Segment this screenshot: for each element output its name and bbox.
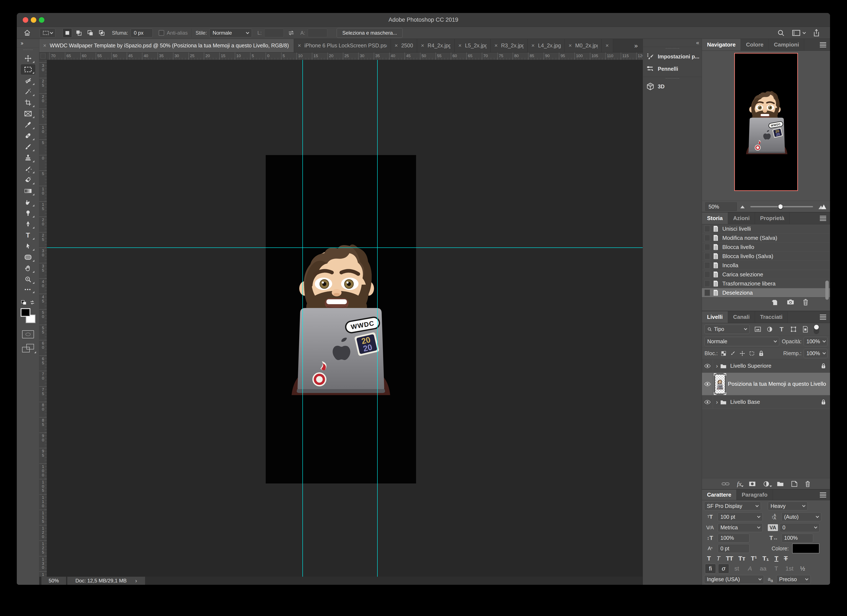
add-selection-button[interactable]: [74, 28, 84, 38]
eraser-tool[interactable]: [21, 174, 36, 185]
history-item-selected[interactable]: Deseleziona: [702, 288, 830, 297]
fractions-button[interactable]: ½: [797, 564, 808, 573]
doc-tab-r3[interactable]: ×R3_2x.jpg: [491, 39, 528, 52]
ordinals-button[interactable]: 1st: [784, 564, 795, 573]
filter-smart-objects-icon[interactable]: [802, 326, 809, 332]
superscript-button[interactable]: T¹: [751, 555, 757, 562]
history-brush-tool[interactable]: [21, 163, 36, 174]
guide-vertical-left[interactable]: [302, 60, 303, 577]
vertical-ruler[interactable]: 3 02 52 01 51 05051 01 52 02 53 03 54 04…: [39, 60, 47, 577]
tab-livelli[interactable]: Livelli: [702, 311, 728, 323]
new-snapshot-camera-icon[interactable]: [786, 299, 794, 305]
font-size-select[interactable]: 100 pt: [718, 513, 763, 521]
close-tab-icon[interactable]: ×: [395, 42, 398, 49]
close-tab-icon[interactable]: ×: [458, 42, 462, 49]
font-family-select[interactable]: SF Pro Display: [704, 502, 761, 510]
dock-item-brush-settings[interactable]: Impostazioni p...: [643, 50, 702, 63]
path-selection-tool[interactable]: [21, 241, 36, 252]
zoom-tool[interactable]: [21, 274, 36, 285]
spot-healing-brush-tool[interactable]: [21, 130, 36, 141]
canvas-pasteboard[interactable]: WWDC 20 20: [47, 60, 643, 577]
faux-bold-button[interactable]: T: [707, 555, 711, 562]
dock-grip[interactable]: [666, 48, 679, 50]
move-tool[interactable]: [21, 53, 36, 64]
close-tab-icon[interactable]: ×: [531, 42, 534, 49]
new-adjustment-layer-icon[interactable]: [763, 481, 769, 487]
lock-all-icon[interactable]: [758, 350, 764, 356]
new-layer-icon[interactable]: [791, 481, 797, 487]
quick-mask-button[interactable]: [22, 330, 34, 338]
doc-tab-l5[interactable]: ×L5_2x.jpg: [454, 39, 491, 52]
foreground-background-colors[interactable]: [21, 308, 35, 323]
width-input[interactable]: [264, 28, 284, 37]
history-source-checkbox[interactable]: [704, 271, 710, 278]
panel-menu-icon[interactable]: [820, 314, 826, 321]
swash-button[interactable]: A: [744, 564, 756, 573]
layer-visibility-eye-icon[interactable]: [702, 395, 713, 409]
group-twisty-icon[interactable]: ›: [716, 399, 718, 405]
zoom-in-mountains-icon[interactable]: [818, 204, 826, 210]
tab-canali[interactable]: Canali: [728, 311, 755, 323]
close-tab-icon[interactable]: ×: [421, 42, 424, 49]
group-twisty-icon[interactable]: ›: [716, 363, 718, 369]
panel-menu-icon[interactable]: [820, 492, 826, 498]
minimize-window-button[interactable]: [31, 17, 36, 23]
lock-pixels-icon[interactable]: [730, 351, 736, 356]
tracking-select[interactable]: 0: [780, 523, 820, 532]
share-icon[interactable]: [813, 29, 820, 37]
underline-button[interactable]: T: [775, 555, 778, 562]
history-scrollbar[interactable]: [825, 281, 829, 300]
horizontal-scale-input[interactable]: 100%: [781, 533, 813, 542]
doc-tab-hidden[interactable]: ×: [602, 39, 613, 52]
history-item[interactable]: Blocca livello: [702, 242, 830, 252]
dock-item-3d[interactable]: 3D: [643, 80, 702, 93]
guide-vertical-right[interactable]: [377, 60, 378, 577]
stylistic-alternates-button[interactable]: aa: [758, 564, 769, 573]
history-source-checkbox[interactable]: [704, 290, 710, 296]
zoom-window-button[interactable]: [39, 17, 44, 23]
pen-tool[interactable]: [21, 219, 36, 230]
layer-style-fx-icon[interactable]: fx: [737, 480, 742, 487]
history-item[interactable]: Modifica nome (Salva): [702, 233, 830, 242]
filter-pixel-layers-icon[interactable]: [754, 326, 761, 332]
frame-tool[interactable]: [21, 108, 36, 119]
history-item[interactable]: Blocca livello (Salva): [702, 252, 830, 261]
home-icon[interactable]: [24, 28, 31, 38]
contextual-alternates-button[interactable]: σ: [718, 564, 729, 573]
close-tab-icon[interactable]: ×: [568, 42, 572, 49]
panel-menu-icon[interactable]: [820, 41, 826, 48]
shape-tool[interactable]: [21, 252, 36, 263]
history-source-checkbox[interactable]: [704, 262, 710, 269]
height-input[interactable]: [308, 28, 327, 37]
titling-alternates-button[interactable]: T: [771, 564, 782, 573]
close-window-button[interactable]: [23, 17, 28, 23]
doc-tab-wwdc-wallpaper[interactable]: ×WWDC Wallpaper Template by iSpazio.psd …: [39, 39, 294, 52]
lock-transparency-icon[interactable]: [721, 351, 726, 356]
history-source-checkbox[interactable]: [704, 226, 710, 232]
blend-mode-select[interactable]: Normale: [704, 337, 779, 346]
zoom-out-mountain-icon[interactable]: [740, 205, 745, 208]
new-group-folder-icon[interactable]: [777, 481, 784, 487]
status-zoom-input[interactable]: 50%: [41, 577, 66, 585]
fill-input[interactable]: 100%: [804, 349, 828, 358]
clone-stamp-tool[interactable]: [21, 152, 36, 163]
default-swap-colors[interactable]: [21, 300, 35, 305]
history-item[interactable]: Incolla: [702, 261, 830, 270]
vertical-scale-input[interactable]: 100%: [718, 533, 750, 542]
history-item[interactable]: Trasformazione libera: [702, 279, 830, 288]
all-caps-button[interactable]: TT: [726, 555, 733, 562]
tab-overflow-chevron[interactable]: »: [634, 42, 643, 49]
tab-azioni[interactable]: Azioni: [728, 213, 755, 224]
tab-tracciati[interactable]: Tracciati: [755, 311, 788, 323]
lock-artboard-icon[interactable]: [749, 351, 755, 356]
status-chevron-icon[interactable]: ›: [135, 578, 137, 584]
doc-tab-m0[interactable]: ×M0_2x.jpg: [565, 39, 602, 52]
layer-row-memoji[interactable]: Posiziona la tua Memoji a questo Livello: [702, 373, 830, 395]
horizontal-ruler[interactable]: 7065605550454035302520151050510152025303…: [47, 52, 643, 60]
layer-row-superiore[interactable]: › Livello Superiore: [702, 359, 830, 373]
subscript-button[interactable]: T₁: [763, 555, 769, 562]
layer-visibility-eye-icon[interactable]: [702, 359, 713, 372]
lock-position-icon[interactable]: [739, 351, 745, 356]
lasso-tool[interactable]: [21, 75, 36, 86]
dock-grip[interactable]: [666, 78, 679, 80]
